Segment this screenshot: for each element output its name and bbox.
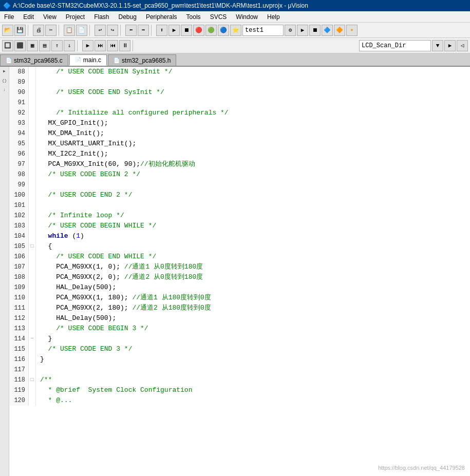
fold-indicator [29,354,36,365]
toolbar2-btn-2[interactable]: ▦ [27,40,38,51]
table-row[interactable]: 118□/** [9,375,470,385]
toolbar1-extra-btn-4[interactable]: 🔶 [334,25,345,36]
toolbar1-btn-3[interactable]: ✂ [45,25,57,36]
menu-item-peripherals[interactable]: Peripherals [144,13,179,21]
table-row[interactable]: 91 [9,98,470,108]
menu-item-debug[interactable]: Debug [117,13,139,21]
toolbar2-btn-0[interactable]: 🔲 [2,40,13,51]
table-row[interactable]: 95 MX_USART1_UART_Init(); [9,139,470,149]
table-row[interactable]: 101 [9,200,470,211]
table-row[interactable]: 89 [9,77,470,87]
toolbar1-run-btn-4[interactable]: 🟢 [205,25,217,36]
fold-indicator[interactable]: □ [29,241,36,252]
toolbar1-btn-8[interactable]: ⬅ [125,25,137,36]
toolbar2-right-btn-2[interactable]: ◁ [457,40,468,51]
table-row[interactable]: 113 /* USER CODE BEGIN 3 */ [9,323,470,334]
table-row[interactable]: 102 /* Infinite loop */ [9,211,470,221]
left-panel-icon-1[interactable]: ▶ [1,69,9,77]
table-row[interactable]: 92 /* Initialize all configured peripher… [9,108,470,118]
toolbar2-debug-btn-2[interactable]: ⏮ [107,40,118,51]
toolbar1-extra-btn-0[interactable]: ⚙ [285,25,296,36]
toolbar2-debug-btn-0[interactable]: ▶ [82,40,93,51]
toolbar1-extra-btn-3[interactable]: 🔷 [322,25,333,36]
table-row[interactable]: 108 PCA_MG9XX(2, 0); //通道2 从0度转到180度 [9,272,470,282]
menu-item-window[interactable]: Window [234,13,260,21]
menu-item-help[interactable]: Help [265,13,282,21]
toolbar1-btn-2[interactable]: 🖨 [33,25,44,36]
table-row[interactable]: 94 MX_DMA_Init(); [9,128,470,139]
table-row[interactable]: 88 /* USER CODE BEGIN SysInit */ [9,67,470,77]
project-dropdown[interactable]: test1 [242,25,284,36]
toolbar1-btn-6[interactable]: ↩ [95,25,106,36]
menu-item-project[interactable]: Project [64,13,87,21]
table-row[interactable]: 90 /* USER CODE END SysInit */ [9,87,470,98]
table-row[interactable]: 100 /* USER CODE END 2 */ [9,190,470,200]
table-row[interactable]: 107 PCA_MG9XX(1, 0); //通道1 从0度转到180度 [9,262,470,272]
toolbar1-btn-5[interactable]: 📄 [76,25,87,36]
tab-0[interactable]: 📄stm32_pca9685.c [0,54,68,66]
toolbar1-btn-4[interactable]: 📋 [64,25,75,36]
table-row[interactable]: 112 HAL_Delay(500); [9,313,470,323]
toolbar2-btn-5[interactable]: ⇓ [64,40,75,51]
table-row[interactable]: 117 [9,365,470,375]
toolbar1-run-btn-2[interactable]: ⏹ [181,25,192,36]
code-content [36,77,470,87]
table-row[interactable]: 110 PCA_MG9XX(1, 180); //通道1 从180度转到0度 [9,293,470,303]
menu-item-view[interactable]: View [41,13,59,21]
toolbar1-run-btn-3[interactable]: 🔴 [193,25,204,36]
table-row[interactable]: 116} [9,354,470,365]
toolbar2-right-btn-1[interactable]: ▶ [444,40,456,51]
table-row[interactable]: 115 /* USER CODE END 3 */ [9,344,470,354]
tab-1[interactable]: 📄main.c [69,54,107,66]
toolbar1-btn-9[interactable]: ➡ [138,25,149,36]
left-panel-icon-3[interactable]: ↓ [1,87,9,96]
toolbar2-btn-1[interactable]: ⬛ [14,40,26,51]
table-row[interactable]: 97 PCA_MG9XX_Init(60, 90);//初始化舵机驱动 [9,159,470,169]
toolbar1-extra-btn-2[interactable]: ⏹ [309,25,321,36]
left-panel-icon-2[interactable]: {} [1,78,9,86]
toolbar1-extra-btn-5[interactable]: 🔸 [346,25,358,36]
code-content: /* Infinite loop */ [36,211,470,221]
toolbar2-debug-btn-3[interactable]: ⏸ [119,40,130,51]
toolbar2-debug-btn-1[interactable]: ⏭ [95,40,106,51]
toolbar1-btn-1[interactable]: 💾 [14,25,26,36]
menu-item-svcs[interactable]: SVCS [208,13,229,21]
table-row[interactable]: 109 HAL_Delay(500); [9,282,470,293]
table-row[interactable]: 103 /* USER CODE BEGIN WHILE */ [9,221,470,231]
code-content: MX_USART1_UART_Init(); [36,139,470,149]
fold-indicator [29,211,36,221]
code-content [36,180,470,190]
fold-indicator[interactable]: □ [29,375,36,385]
menu-item-file[interactable]: File [2,13,16,21]
toolbar1-btn-7[interactable]: ↪ [107,25,118,36]
toolbar2-btn-3[interactable]: ▤ [39,40,50,51]
table-row[interactable]: 111 PCA_MG9XX(2, 180); //通道2 从180度转到0度 [9,303,470,313]
toolbar2-right-btn-0[interactable]: ▼ [432,40,443,51]
toolbar1-btn-0[interactable]: 📂 [2,25,13,36]
fold-indicator [29,118,36,128]
tab-2[interactable]: 📄stm32_pca9685.h [108,54,176,66]
table-row[interactable]: 96 MX_I2C2_Init(); [9,149,470,159]
table-row[interactable]: 99 [9,180,470,190]
fold-indicator[interactable]: − [29,334,36,344]
lcd-dropdown[interactable]: LCD_Scan_Dir [359,40,431,51]
table-row[interactable]: 114− } [9,334,470,344]
toolbar1-extra-btn-1[interactable]: ▶ [297,25,308,36]
menu-item-tools[interactable]: Tools [184,13,203,21]
table-row[interactable]: 119 * @brief System Clock Configuration [9,385,470,395]
fold-indicator [29,323,36,334]
toolbar1-run-btn-5[interactable]: 🔵 [218,25,229,36]
table-row[interactable]: 120 * @... [9,395,470,406]
menu-item-flash[interactable]: Flash [92,13,111,21]
table-row[interactable]: 104 while (1) [9,231,470,241]
table-row[interactable]: 106 /* USER CODE END WHILE */ [9,252,470,262]
toolbar1-run-btn-6[interactable]: ⭐ [230,25,241,36]
toolbar1-run-btn-1[interactable]: ▶ [168,25,180,36]
menu-item-edit[interactable]: Edit [21,13,36,21]
toolbar1-run-btn-0[interactable]: ⬆ [156,25,167,36]
fold-indicator [29,313,36,323]
table-row[interactable]: 98 /* USER CODE BEGIN 2 */ [9,169,470,180]
table-row[interactable]: 105□ { [9,241,470,252]
table-row[interactable]: 93 MX_GPIO_Init(); [9,118,470,128]
toolbar2-btn-4[interactable]: ⇑ [51,40,63,51]
